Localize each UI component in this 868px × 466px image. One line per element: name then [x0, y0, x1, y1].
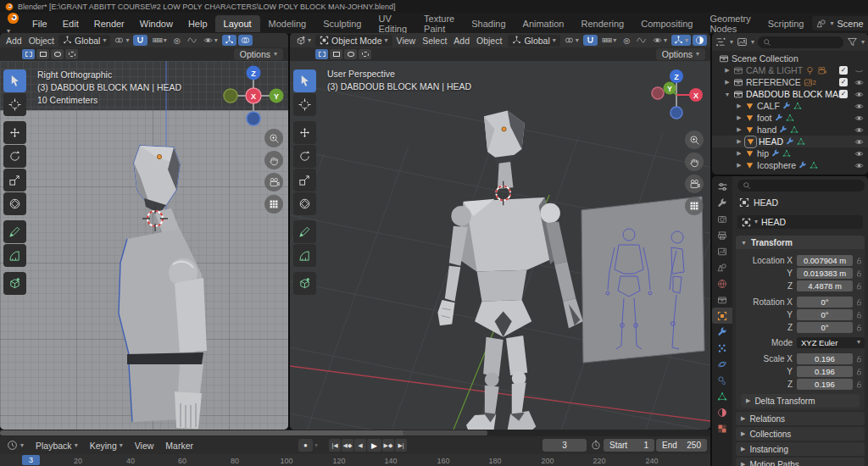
hide-eye-icon[interactable] [854, 90, 864, 99]
tab-object-active[interactable] [712, 308, 732, 324]
outliner-row-head-selected[interactable]: ▶ HEAD [712, 136, 868, 147]
tool-transform[interactable] [293, 192, 316, 215]
tool-add-cube[interactable] [293, 272, 316, 295]
zoom-button[interactable] [264, 129, 283, 147]
outliner-search-input[interactable] [758, 36, 843, 48]
play-reverse-button[interactable]: ◀ [354, 439, 366, 452]
tab-world[interactable] [712, 275, 732, 291]
outliner-row-icosphere[interactable]: ▶ Icosphere [712, 159, 868, 171]
menu-render[interactable]: Render [86, 16, 132, 31]
snap-mode-dropdown[interactable]: ⊞⊞▾ [149, 36, 169, 45]
location-x-field[interactable]: 0.007904 m [797, 255, 853, 266]
select-mode-tweak[interactable] [22, 49, 35, 59]
options-dropdown[interactable]: Options▾ [234, 48, 283, 60]
snap-mode-dropdown[interactable]: ⊞⊞▾ [599, 36, 619, 45]
tab-view-layer[interactable] [712, 243, 732, 259]
gizmos-toggle[interactable]: ▾ [671, 35, 691, 46]
current-frame-playhead[interactable]: 3 [22, 455, 40, 465]
lock-icon[interactable] [855, 380, 863, 388]
select-mode-box[interactable] [330, 49, 342, 59]
lock-icon[interactable] [855, 298, 863, 306]
outliner-row-cam-light[interactable]: ▶ CAM & LIGHT ✓ [712, 64, 868, 76]
proportional-falloff-icon[interactable] [185, 35, 199, 46]
gizmos-toggle[interactable] [222, 35, 236, 46]
ortho-toggle-button[interactable] [264, 195, 283, 214]
section-instancing[interactable]: ▶Instancing [736, 442, 865, 456]
select-mode-circle[interactable] [51, 49, 64, 59]
menu-view[interactable]: View [129, 441, 160, 451]
navigation-axis-gizmo[interactable]: Z Y X [222, 64, 285, 127]
tab-material[interactable] [712, 404, 732, 420]
hide-eye-icon[interactable] [854, 161, 864, 170]
snap-target-button[interactable]: ▾ [562, 35, 581, 46]
expand-arrow[interactable]: ▶ [724, 67, 731, 74]
select-mode-lasso[interactable] [359, 49, 371, 59]
camera-view-button[interactable] [264, 173, 283, 191]
scale-z-field[interactable]: 0.196 [797, 379, 853, 390]
start-frame-field[interactable]: Start1 [604, 439, 654, 452]
tab-scene[interactable] [712, 259, 732, 275]
collection-checkbox[interactable]: ✓ [839, 78, 848, 86]
lock-icon[interactable] [855, 257, 863, 264]
lock-icon[interactable] [855, 282, 863, 290]
tool-move[interactable] [3, 121, 26, 144]
hide-eye-icon[interactable] [854, 114, 864, 123]
outliner-row-reference[interactable]: ▶ REFERENCE 2 ✓ [712, 76, 868, 88]
tool-scale[interactable] [293, 169, 316, 191]
hide-eye-icon[interactable] [854, 125, 864, 135]
menu-help[interactable]: Help [181, 16, 215, 31]
filter-icon[interactable] [847, 36, 858, 47]
tab-texture[interactable] [712, 420, 732, 436]
collection-checkbox[interactable]: ✓ [839, 90, 848, 98]
properties-search[interactable] [737, 180, 865, 191]
tab-collection[interactable] [712, 291, 732, 308]
tab-physics[interactable] [712, 356, 732, 372]
properties-editor[interactable]: HEAD ▾ HEAD ▼Transform Location X0.00790… [712, 176, 868, 466]
next-keyframe-button[interactable]: ▶◆ [382, 439, 394, 452]
workspace-tab-shading[interactable]: Shading [463, 15, 514, 32]
timeline-ruler[interactable]: 0 20 40 60 80 100 120 140 160 180 200 22… [0, 454, 710, 466]
select-mode-tweak[interactable] [315, 49, 328, 59]
tool-transform[interactable] [3, 192, 26, 215]
tool-measure[interactable] [293, 244, 316, 267]
navigation-axis-gizmo[interactable]: Z Y X [649, 68, 704, 122]
expand-arrow[interactable]: ▶ [736, 162, 743, 169]
outliner-row-calf[interactable]: ▶ CALF [712, 100, 868, 112]
lock-icon[interactable] [855, 368, 863, 375]
viewport-left-3d[interactable]: Add Object Global▾ ▾ ⊞⊞▾ ◎ ▾ Options▾ [0, 33, 288, 430]
display-mode-icon[interactable] [737, 36, 748, 47]
scene-selector[interactable]: ▾ Scene × [812, 16, 868, 31]
menu-add[interactable]: Add [3, 35, 25, 47]
proportional-falloff-icon[interactable] [634, 35, 648, 46]
tool-cursor[interactable] [3, 93, 26, 116]
camera-view-button[interactable] [685, 175, 704, 193]
properties-editor-icon[interactable] [712, 179, 732, 195]
outliner-row-dabdoub-block-man[interactable]: ▼ DABDOUB BLOCK MAN ✓ [712, 88, 868, 100]
timeline-editor-icon[interactable]: ▾ [0, 440, 30, 451]
outliner-row-foot[interactable]: ▶ foot [712, 112, 868, 124]
menu-keying[interactable]: Keying▾ [84, 441, 129, 451]
tool-add-cube[interactable] [3, 272, 26, 295]
tool-scale[interactable] [3, 169, 26, 191]
tool-rotate[interactable] [3, 145, 26, 168]
options-dropdown[interactable]: Options▾ [656, 48, 705, 60]
menu-window[interactable]: Window [132, 16, 181, 31]
menu-playback[interactable]: Playback▾ [30, 441, 84, 451]
rotation-y-field[interactable]: 0° [797, 309, 853, 320]
rotation-mode-dropdown[interactable]: XYZ Euler▾ [797, 337, 865, 348]
workspace-tab-scripting[interactable]: Scripting [760, 15, 813, 32]
collection-checkbox[interactable]: ✓ [839, 66, 848, 75]
tab-object-data[interactable] [712, 388, 732, 404]
visibility-dropdown[interactable]: ▾ [650, 35, 670, 46]
tab-output[interactable] [712, 227, 732, 243]
menu-file[interactable]: File [25, 16, 55, 31]
tab-constraints[interactable] [712, 372, 732, 388]
visibility-dropdown[interactable]: ▾ [201, 35, 220, 46]
hide-eye-icon[interactable] [854, 78, 864, 87]
end-frame-field[interactable]: End250 [656, 439, 707, 452]
datablock-selector[interactable]: ▾ HEAD [737, 215, 863, 229]
menu-view[interactable]: View [394, 35, 419, 47]
location-y-field[interactable]: 0.019383 m [797, 268, 853, 279]
outliner-editor-icon[interactable] [715, 36, 726, 47]
workspace-tab-layout[interactable]: Layout [215, 15, 260, 32]
